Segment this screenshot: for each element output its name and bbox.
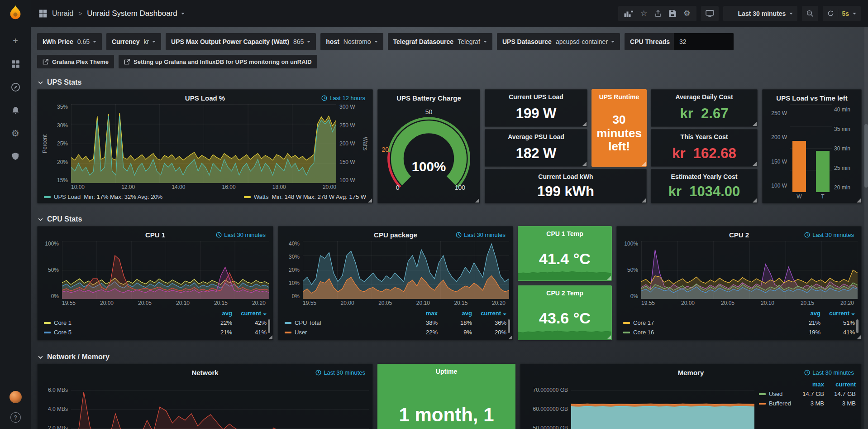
panel-title: CPU 1 bbox=[145, 231, 165, 239]
legend-row[interactable]: Buffered 3 MB 3 MB bbox=[759, 399, 856, 408]
time-range-badge[interactable]: Last 30 minutes bbox=[456, 231, 506, 238]
dashboards-icon[interactable] bbox=[10, 59, 20, 69]
admin-shield-icon[interactable] bbox=[10, 151, 20, 161]
variable-value-dropdown[interactable]: Telegraf bbox=[458, 38, 487, 45]
variable-value-dropdown[interactable]: 0.65 bbox=[77, 38, 96, 45]
plot-area[interactable] bbox=[641, 241, 858, 299]
panel-header[interactable]: Network Last 30 minutes bbox=[41, 366, 369, 379]
panel-header[interactable]: UPS Load % Last 12 hours bbox=[41, 92, 369, 104]
axis-tick: 12:00 bbox=[121, 184, 135, 191]
panel-cpu2-temp[interactable]: CPU 2 Temp 43.6 °C bbox=[518, 285, 612, 340]
legend-row[interactable]: Core 1 22% 42% bbox=[44, 318, 267, 328]
sidebar-menu: + ⚙ bbox=[10, 36, 20, 161]
variable-value-dropdown[interactable]: kr bbox=[143, 38, 156, 45]
panel-estimated-yearly-cost[interactable]: Estimated Yearly Cost kr 1034.00 bbox=[651, 169, 758, 203]
help-icon[interactable]: ? bbox=[10, 412, 21, 423]
panel-cpu1-temp[interactable]: CPU 1 Temp 41.4 °C bbox=[518, 226, 612, 281]
bar-W[interactable] bbox=[792, 141, 806, 192]
bar-plot-area[interactable] bbox=[790, 104, 832, 192]
axis-tick: 4.0 MBs bbox=[48, 406, 68, 412]
apps-grid-icon[interactable] bbox=[39, 10, 47, 18]
plot-area[interactable] bbox=[62, 241, 269, 299]
axis-tick: 30% bbox=[57, 123, 68, 128]
panel-uptime[interactable]: Uptime 1 month, 1 bbox=[377, 364, 515, 429]
breadcrumb-app[interactable]: Unraid bbox=[52, 10, 73, 18]
legend-item[interactable]: Watts Min: 148 W Max: 278 W Avg: 175 W bbox=[244, 193, 366, 200]
legend-col-current[interactable]: current bbox=[472, 310, 506, 317]
legend-col-avg[interactable]: avg bbox=[198, 310, 232, 317]
panel-this-years-cost[interactable]: This Years Cost kr 162.68 bbox=[651, 129, 758, 167]
legend-row[interactable]: Core 17 21% 51% bbox=[623, 318, 855, 328]
panel-current-ups-load[interactable]: Current UPS Load 199 W bbox=[485, 89, 587, 127]
legend-col-current[interactable]: current bbox=[824, 381, 856, 388]
panel-current-load-kwh[interactable]: Current Load kWh 199 kWh bbox=[485, 169, 647, 203]
time-range-badge[interactable]: Last 30 minutes bbox=[804, 369, 854, 376]
variable-value-dropdown[interactable]: 865 bbox=[293, 38, 310, 45]
dashboard-picker-caret[interactable] bbox=[181, 13, 185, 14]
add-panel-icon[interactable] bbox=[624, 10, 633, 17]
link-grafana-influxdb-guide[interactable]: Setting up Grafana and InfluxDB for UPS … bbox=[119, 55, 317, 68]
legend-row[interactable]: Core 16 19% 41% bbox=[623, 328, 855, 337]
time-range-badge[interactable]: Last 30 minutes bbox=[315, 369, 365, 376]
time-range-badge[interactable]: Last 12 hours bbox=[321, 95, 365, 101]
cpu-threads-input[interactable]: 32 bbox=[674, 33, 734, 50]
plot-area[interactable] bbox=[303, 241, 509, 299]
plot-area[interactable] bbox=[71, 104, 336, 183]
explore-compass-icon[interactable] bbox=[10, 82, 20, 92]
page-scrollbar[interactable] bbox=[864, 27, 868, 429]
star-icon[interactable]: ☆ bbox=[640, 9, 647, 18]
bar-T[interactable] bbox=[816, 151, 830, 192]
legend-row[interactable]: CPU Total 38% 18% 36% bbox=[285, 318, 506, 328]
grafana-logo[interactable] bbox=[6, 4, 25, 23]
panel-average-psu-load[interactable]: Average PSU Load 182 W bbox=[485, 129, 587, 167]
panel-header[interactable]: Memory Last 30 minutes bbox=[524, 366, 858, 379]
time-picker-button[interactable]: Last 30 minutes bbox=[723, 6, 798, 21]
dashboard-title[interactable]: Unraid System Dashboard bbox=[87, 9, 184, 18]
legend-item[interactable]: UPS Load Min: 17% Max: 32% Avg: 20% bbox=[44, 193, 162, 200]
panel-header[interactable]: UPS Battery Charge bbox=[382, 92, 476, 104]
panel-ups-runtime[interactable]: UPS Runtime 30 minutes left! bbox=[591, 89, 647, 167]
cycle-view-button[interactable] bbox=[701, 6, 719, 21]
sidebar-bottom: ? bbox=[10, 391, 22, 423]
alerting-bell-icon[interactable] bbox=[10, 105, 20, 115]
panel-header[interactable]: CPU 1 Last 30 minutes bbox=[41, 228, 269, 241]
link-grafana-plex-theme[interactable]: Grafana Plex Theme bbox=[37, 55, 114, 68]
variable-value-dropdown[interactable]: apcupsd-container bbox=[556, 38, 615, 45]
panel-average-daily-cost[interactable]: Average Daily Cost kr 2.67 bbox=[651, 89, 758, 127]
section-network-memory[interactable]: Network / Memory bbox=[38, 353, 862, 361]
legend-row[interactable]: User 22% 9% 20% bbox=[285, 328, 506, 337]
axis-tick: 100 W bbox=[771, 183, 787, 188]
time-range-badge[interactable]: Last 30 minutes bbox=[216, 231, 266, 238]
panel-header[interactable]: CPU 2 Last 30 minutes bbox=[620, 228, 858, 241]
legend-col-current[interactable]: current bbox=[820, 310, 855, 317]
cpu-temps-column: CPU 1 Temp 41.4 °C CPU 2 Temp 43.6 °C bbox=[518, 226, 612, 340]
create-plus-icon[interactable]: + bbox=[10, 36, 20, 46]
variable-value-dropdown[interactable]: Nostromo bbox=[343, 38, 378, 45]
legend-col-max[interactable]: max bbox=[403, 310, 438, 317]
legend-col-avg[interactable]: avg bbox=[786, 310, 820, 317]
section-ups-stats[interactable]: UPS Stats bbox=[38, 78, 862, 87]
share-icon[interactable] bbox=[654, 10, 662, 17]
legend-value: 22% bbox=[403, 329, 438, 336]
refresh-button[interactable]: 5s bbox=[823, 6, 861, 21]
dashboard-settings-gear-icon[interactable]: ⚙ bbox=[683, 9, 690, 18]
legend-col-max[interactable]: max bbox=[792, 381, 824, 388]
legend-col-avg[interactable]: avg bbox=[438, 310, 472, 317]
page-scrollbar-thumb[interactable] bbox=[864, 124, 868, 188]
section-cpu-stats[interactable]: CPU Stats bbox=[38, 215, 862, 223]
legend-row[interactable]: Used 14.7 GB 14.7 GB bbox=[759, 389, 856, 399]
plot-area[interactable] bbox=[571, 379, 754, 429]
panel-header[interactable]: CPU package Last 30 minutes bbox=[282, 228, 509, 241]
legend-col-current[interactable]: current bbox=[232, 310, 267, 317]
graph-area: 40%30%20%10%0% bbox=[282, 241, 509, 299]
stat-value: kr 1034.00 bbox=[668, 182, 740, 201]
panel-header[interactable]: UPS Load vs Time left bbox=[766, 92, 858, 104]
time-range-badge[interactable]: Last 30 minutes bbox=[804, 231, 854, 238]
zoom-out-button[interactable] bbox=[802, 6, 818, 21]
plot-area[interactable] bbox=[71, 379, 369, 429]
configuration-gear-icon[interactable]: ⚙ bbox=[10, 128, 20, 138]
legend-row[interactable]: Core 5 21% 41% bbox=[44, 328, 267, 337]
user-avatar[interactable] bbox=[10, 391, 22, 403]
save-icon[interactable] bbox=[669, 10, 676, 17]
series-name: Buffered bbox=[769, 400, 791, 407]
